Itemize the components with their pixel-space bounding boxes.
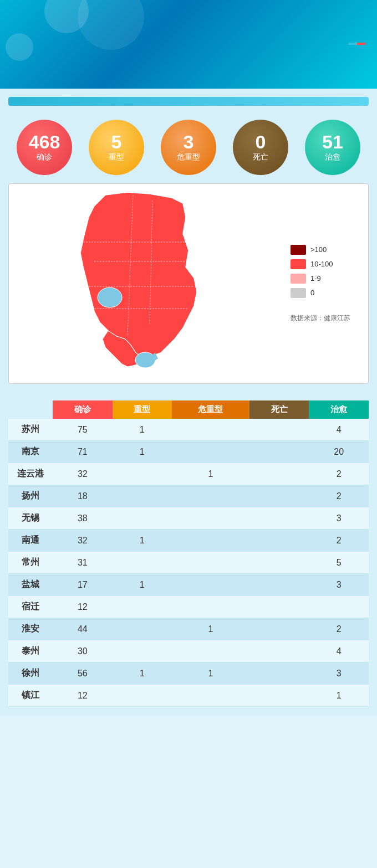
table-row: 扬州182 bbox=[8, 485, 369, 507]
td-confirmed: 56 bbox=[53, 662, 113, 685]
map-svg-area bbox=[14, 189, 285, 378]
table-row: 镇江121 bbox=[8, 685, 369, 707]
td-recovered: 2 bbox=[309, 530, 369, 552]
header bbox=[0, 0, 377, 89]
td-critical bbox=[172, 640, 249, 662]
table-row: 苏州7514 bbox=[8, 419, 369, 441]
td-city: 盐城 bbox=[8, 574, 53, 596]
td-death bbox=[249, 552, 309, 574]
td-death bbox=[249, 507, 309, 530]
td-severe bbox=[113, 618, 172, 640]
td-recovered: 3 bbox=[309, 574, 369, 596]
td-confirmed: 75 bbox=[53, 419, 113, 441]
table-body: 苏州7514南京71120连云港3212扬州182无锡383南通3212常州31… bbox=[8, 419, 369, 707]
map-container: >100 10-100 1-9 0 数据来源：健康江苏 bbox=[8, 183, 369, 384]
td-severe bbox=[113, 485, 172, 507]
table-row: 连云港3212 bbox=[8, 463, 369, 485]
td-city: 扬州 bbox=[8, 485, 53, 507]
th-city bbox=[8, 400, 53, 419]
td-city: 常州 bbox=[8, 552, 53, 574]
legend-color-1to9 bbox=[291, 274, 306, 284]
legend-item-1to9: 1-9 bbox=[291, 274, 363, 284]
legend-item-10to100: 10-100 bbox=[291, 259, 363, 269]
stats-row: 468 确诊 5 重型 3 危重型 0 死亡 51 治愈 bbox=[8, 114, 369, 183]
stat-recovered: 51 治愈 bbox=[305, 120, 360, 175]
table-row: 淮安4412 bbox=[8, 618, 369, 640]
td-confirmed: 30 bbox=[53, 640, 113, 662]
td-recovered: 20 bbox=[309, 441, 369, 463]
th-severe: 重型 bbox=[113, 400, 172, 419]
td-severe bbox=[113, 552, 172, 574]
table-header-row: 确诊 重型 危重型 死亡 治愈 bbox=[8, 400, 369, 419]
td-recovered: 5 bbox=[309, 552, 369, 574]
legend-item-100plus: >100 bbox=[291, 245, 363, 255]
td-death bbox=[249, 685, 309, 707]
source-info bbox=[22, 43, 366, 45]
td-confirmed: 31 bbox=[53, 552, 113, 574]
td-city: 泰州 bbox=[8, 640, 53, 662]
td-recovered: 4 bbox=[309, 640, 369, 662]
td-critical: 1 bbox=[172, 463, 249, 485]
td-death bbox=[249, 618, 309, 640]
td-death bbox=[249, 596, 309, 618]
svg-point-0 bbox=[98, 287, 122, 307]
table-row: 徐州56113 bbox=[8, 662, 369, 685]
td-severe bbox=[113, 463, 172, 485]
table-row: 常州315 bbox=[8, 552, 369, 574]
source-badge bbox=[357, 43, 366, 45]
td-recovered: 1 bbox=[309, 685, 369, 707]
td-city: 连云港 bbox=[8, 463, 53, 485]
td-death bbox=[249, 530, 309, 552]
legend-item-0: 0 bbox=[291, 288, 363, 298]
td-death bbox=[249, 574, 309, 596]
td-severe bbox=[113, 596, 172, 618]
td-confirmed: 32 bbox=[53, 463, 113, 485]
td-critical: 1 bbox=[172, 618, 249, 640]
table-section: 确诊 重型 危重型 死亡 治愈 苏州7514南京71120连云港3212扬州18… bbox=[0, 392, 377, 715]
td-recovered: 2 bbox=[309, 618, 369, 640]
table-row: 宿迁12 bbox=[8, 596, 369, 618]
td-confirmed: 12 bbox=[53, 685, 113, 707]
stat-death: 0 死亡 bbox=[233, 120, 288, 175]
td-severe: 1 bbox=[113, 441, 172, 463]
td-critical bbox=[172, 530, 249, 552]
td-recovered: 2 bbox=[309, 485, 369, 507]
data-table: 确诊 重型 危重型 死亡 治愈 苏州7514南京71120连云港3212扬州18… bbox=[8, 400, 369, 707]
table-row: 南通3212 bbox=[8, 530, 369, 552]
td-critical bbox=[172, 507, 249, 530]
td-confirmed: 32 bbox=[53, 530, 113, 552]
th-recovered: 治愈 bbox=[309, 400, 369, 419]
td-critical bbox=[172, 574, 249, 596]
th-critical: 危重型 bbox=[172, 400, 249, 419]
td-severe bbox=[113, 640, 172, 662]
table-row: 无锡383 bbox=[8, 507, 369, 530]
td-recovered: 4 bbox=[309, 419, 369, 441]
td-critical bbox=[172, 485, 249, 507]
td-city: 苏州 bbox=[8, 419, 53, 441]
td-confirmed: 18 bbox=[53, 485, 113, 507]
td-critical bbox=[172, 552, 249, 574]
stat-critical: 3 危重型 bbox=[161, 120, 216, 175]
td-confirmed: 44 bbox=[53, 618, 113, 640]
td-city: 镇江 bbox=[8, 685, 53, 707]
td-severe: 1 bbox=[113, 419, 172, 441]
td-critical bbox=[172, 441, 249, 463]
stat-severe: 5 重型 bbox=[89, 120, 144, 175]
td-severe: 1 bbox=[113, 530, 172, 552]
td-death bbox=[249, 485, 309, 507]
th-death: 死亡 bbox=[249, 400, 309, 419]
jiangsu-map bbox=[61, 189, 238, 378]
td-confirmed: 71 bbox=[53, 441, 113, 463]
th-confirmed: 确诊 bbox=[53, 400, 113, 419]
map-title bbox=[8, 97, 369, 106]
td-recovered: 3 bbox=[309, 507, 369, 530]
table-row: 南京71120 bbox=[8, 441, 369, 463]
legend-source: 数据来源：健康江苏 bbox=[291, 314, 363, 323]
source-name bbox=[348, 43, 357, 45]
td-severe bbox=[113, 685, 172, 707]
td-severe: 1 bbox=[113, 662, 172, 685]
td-city: 南京 bbox=[8, 441, 53, 463]
td-city: 宿迁 bbox=[8, 596, 53, 618]
td-death bbox=[249, 463, 309, 485]
td-recovered bbox=[309, 596, 369, 618]
